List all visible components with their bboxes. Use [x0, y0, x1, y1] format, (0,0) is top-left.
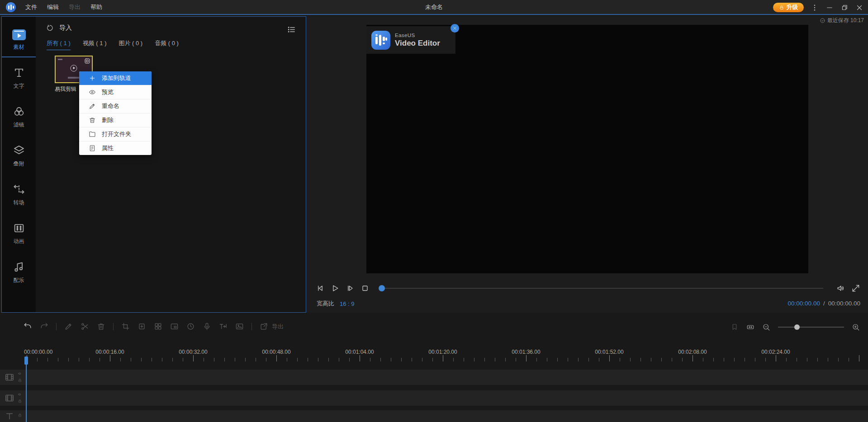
import-label: 导入 [59, 24, 72, 32]
fullscreen-button[interactable] [851, 284, 860, 293]
lock-icon[interactable] [18, 378, 22, 383]
timeline-zoom-controls [730, 323, 860, 331]
video-track[interactable] [0, 370, 868, 385]
zoom-in-button[interactable] [852, 323, 860, 331]
stop-button[interactable] [360, 284, 370, 293]
seek-bar[interactable] [385, 288, 823, 289]
lock-icon[interactable] [18, 399, 22, 403]
tab-3[interactable]: 图片 ( 0 ) [119, 39, 142, 50]
sidebar-item-music[interactable]: 配乐 [2, 258, 36, 290]
context-menu-item-4[interactable]: 删除 [79, 113, 152, 127]
playhead-handle[interactable] [24, 356, 28, 365]
video-track[interactable] [0, 390, 868, 406]
sidebar-item-overlay[interactable]: 叠附 [2, 141, 36, 173]
crop-button[interactable] [121, 322, 130, 331]
speaker-sm-icon[interactable] [18, 371, 22, 376]
fit-button[interactable] [746, 323, 754, 331]
zoom-out-button[interactable] [762, 323, 770, 331]
ruler-timestamp: 00:01:52.00 [595, 349, 623, 355]
ruler-major-tick [609, 355, 610, 361]
menu-1[interactable]: 文件 [20, 3, 42, 11]
ruler-major-tick [443, 355, 443, 361]
undo-button[interactable] [24, 322, 32, 331]
sidebar-item-filter[interactable]: 滤镜 [2, 103, 36, 134]
thumb-detail [58, 59, 62, 60]
pencil-button[interactable] [64, 322, 73, 331]
timeline-zoom-slider[interactable] [778, 324, 844, 330]
text-track[interactable] [0, 410, 868, 422]
sidebar-item-transition[interactable]: 转场 [2, 180, 36, 212]
frame-plus-button[interactable] [138, 322, 146, 331]
close-button[interactable] [855, 4, 863, 12]
app-logo-icon [6, 2, 16, 12]
tab-2[interactable]: 视频 ( 1 ) [83, 39, 107, 50]
watermark-banner: EaseUS Video Editor [366, 26, 455, 54]
time-separator: / [823, 300, 825, 307]
clock-button[interactable] [186, 322, 195, 331]
sidebar-item-animation[interactable]: 动画 [2, 219, 36, 251]
zoom-slider-track [778, 327, 844, 328]
context-menu-item-1[interactable]: 添加到轨道 [79, 71, 152, 85]
clip-context-menu: 添加到轨道预览重命名删除打开文件夹属性 [79, 71, 152, 155]
lock-icon[interactable] [18, 413, 22, 417]
sidebar-item-label: 叠附 [14, 160, 24, 168]
tts-button[interactable] [219, 322, 228, 331]
minimize-button[interactable] [825, 4, 834, 12]
import-icon [46, 24, 54, 32]
speaker-sm-icon[interactable] [18, 392, 22, 397]
more-menu-button[interactable] [811, 4, 819, 12]
thumb-play-icon [71, 65, 77, 72]
lock-icon [779, 5, 784, 10]
scissors-button[interactable] [81, 322, 89, 331]
play-button[interactable] [331, 284, 340, 293]
redo-button[interactable] [40, 322, 48, 331]
list-view-icon[interactable] [287, 25, 296, 34]
music-icon [13, 261, 25, 273]
sidebar-item-label: 配乐 [14, 277, 24, 284]
ruler-timestamp: 00:01:36.00 [512, 349, 540, 355]
overlay-icon [13, 144, 25, 157]
sidebar-item-label: 素材 [14, 43, 24, 51]
mosaic-button[interactable] [235, 322, 244, 331]
ruler-major-tick [526, 355, 526, 361]
context-menu-item-5[interactable]: 打开文件夹 [79, 127, 152, 141]
maximize-button[interactable] [840, 4, 849, 12]
timeline-toolbar: 导出 [24, 322, 284, 331]
import-button[interactable]: 导入 [46, 24, 72, 32]
seek-handle[interactable] [379, 285, 385, 291]
trash-button[interactable] [97, 322, 105, 331]
volume-button[interactable] [836, 284, 845, 293]
pip-button[interactable] [170, 322, 179, 331]
step-back-button[interactable] [316, 284, 325, 293]
export-button[interactable] [260, 322, 268, 331]
context-menu-item-6[interactable]: 属性 [79, 141, 152, 155]
context-menu-item-3[interactable]: 重命名 [79, 99, 152, 113]
marker-button[interactable] [730, 323, 739, 331]
banner-close-button[interactable] [451, 24, 459, 33]
menu-4[interactable]: 帮助 [85, 3, 107, 11]
media-tabs: 所有 ( 1 )视频 ( 1 )图片 ( 0 )音频 ( 0 ) [47, 39, 179, 50]
upgrade-button[interactable]: 升级 [773, 3, 804, 12]
grid-button[interactable] [154, 322, 162, 331]
timeline-ruler[interactable]: 00:00:00.0000:00:16.0000:00:32.0000:00:4… [0, 348, 868, 365]
transition-icon [13, 183, 25, 196]
easeus-logo-icon [371, 31, 390, 50]
context-menu-item-2[interactable]: 预览 [79, 85, 152, 99]
step-forward-button[interactable] [346, 284, 355, 293]
tab-1[interactable]: 所有 ( 1 ) [47, 39, 71, 50]
ruler-major-tick [193, 355, 194, 361]
brand-line1: EaseUS [395, 33, 440, 38]
export-label[interactable]: 导出 [272, 323, 284, 331]
check-circle-icon [820, 18, 825, 23]
aspect-ratio-value[interactable]: 16 : 9 [340, 300, 355, 307]
filmstrip-icon [5, 372, 14, 382]
menu-2[interactable]: 编辑 [42, 3, 64, 11]
zoom-slider-handle[interactable] [794, 324, 800, 330]
clip-checkbox-icon[interactable] [84, 58, 90, 64]
sidebar-item-label: 动画 [14, 238, 24, 245]
sidebar-item-material[interactable]: 素材 [2, 27, 36, 56]
tab-4[interactable]: 音频 ( 0 ) [155, 39, 179, 50]
sidebar-item-text-tool[interactable]: 文字 [2, 64, 36, 95]
mic-button[interactable] [203, 322, 211, 331]
ruler-major-tick [276, 355, 277, 361]
